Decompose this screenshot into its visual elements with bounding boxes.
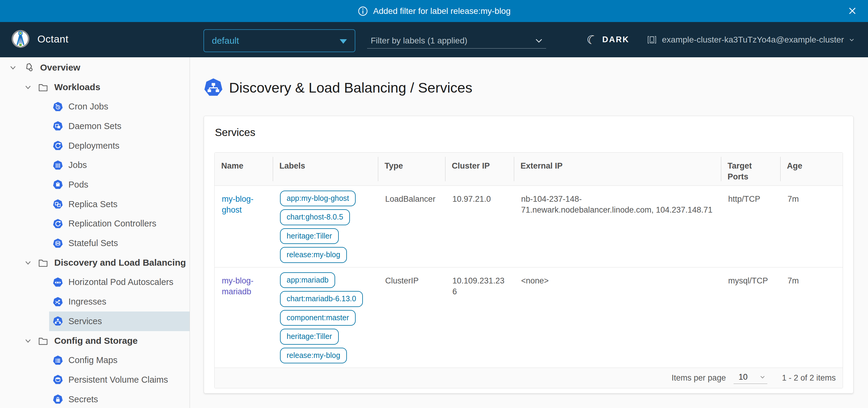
- sidebar-item-label: Config and Storage: [54, 336, 138, 346]
- sidebar-item-ingresses[interactable]: Ingresses: [49, 292, 190, 312]
- sidebar-item-label: Jobs: [68, 160, 87, 170]
- sidebar-item-replication-controllers[interactable]: Replication Controllers: [49, 214, 190, 234]
- statefulset-icon: [53, 238, 63, 249]
- chevron-down-icon: [534, 36, 544, 46]
- alert-bar: Added filter for label release:my-blog: [0, 0, 868, 22]
- table-row-my-blog-ghost: my-blog-ghostapp:my-blog-ghostchart:ghos…: [215, 185, 843, 267]
- sidebar-item-label: Replica Sets: [68, 199, 118, 209]
- pagination-range: 1 - 2 of 2 items: [782, 373, 836, 383]
- namespace-value: default: [204, 36, 239, 46]
- label-pill[interactable]: heritage:Tiller: [280, 228, 339, 244]
- job-icon: [53, 160, 63, 170]
- label-pill[interactable]: release:my-blog: [280, 348, 347, 364]
- sidebar-item-config-maps[interactable]: Config Maps: [49, 350, 190, 370]
- label-pill[interactable]: chart:ghost-8.0.5: [280, 209, 350, 225]
- external-ip-cell: nb-104-237-148-71.newark.nodebalancer.li…: [514, 185, 721, 267]
- sidebar-item-label: Deployments: [68, 141, 119, 151]
- cluster-ip-cell: 10.109.231.236: [445, 267, 514, 368]
- target-ports-cell: http/TCP: [721, 185, 780, 267]
- close-icon[interactable]: [846, 5, 858, 17]
- sidebar-item-replica-sets[interactable]: Replica Sets: [49, 195, 190, 214]
- column-header-name: Name: [215, 153, 273, 185]
- sidebar-item-stateful-sets[interactable]: Stateful Sets: [49, 233, 190, 253]
- age-cell: 7m: [780, 185, 843, 267]
- sidebar-item-label: Pods: [68, 180, 88, 190]
- overview-icon: [24, 62, 34, 73]
- column-header-external-ip: External IP: [514, 153, 721, 185]
- folder-icon: [38, 336, 48, 346]
- sidebar: OverviewWorkloadsCron JobsDaemon SetsDep…: [0, 57, 190, 408]
- sidebar-item-jobs[interactable]: Jobs: [49, 155, 190, 175]
- label-pill[interactable]: release:my-blog: [280, 247, 347, 263]
- service-type-cell: ClusterIP: [378, 267, 445, 368]
- services-datagrid: NameLabelsTypeCluster IPExternal IPTarge…: [214, 152, 843, 388]
- sidebar-item-deployments[interactable]: Deployments: [49, 136, 190, 155]
- label-pill[interactable]: chart:mariadb-6.13.0: [280, 291, 363, 307]
- label-pill[interactable]: app:my-blog-ghost: [280, 191, 355, 207]
- target-ports-cell: mysql/TCP: [721, 267, 780, 368]
- sidebar-item-pods[interactable]: Pods: [49, 175, 190, 195]
- sidebar-item-services[interactable]: Services: [49, 312, 190, 331]
- moon-icon: ☾: [585, 32, 599, 47]
- label-pill[interactable]: heritage:Tiller: [280, 329, 339, 345]
- sidebar-item-overview[interactable]: Overview: [0, 58, 190, 78]
- table-header-row: NameLabelsTypeCluster IPExternal IPTarge…: [215, 153, 843, 185]
- secret-icon: [53, 394, 63, 404]
- theme-toggle-label: DARK: [602, 35, 629, 44]
- services-card: Services NameLabelsTypeCluster IPExterna…: [204, 116, 854, 394]
- sidebar-item-persistent-volume-claims[interactable]: Persistent Volume Claims: [49, 370, 190, 389]
- main-content: Discovery & Load Balancing / Services Se…: [190, 57, 868, 408]
- chevron-down-icon: [23, 82, 33, 92]
- sidebar-item-label: Replication Controllers: [68, 218, 156, 229]
- sidebar-item-workloads[interactable]: Workloads: [0, 78, 190, 97]
- table-body: my-blog-ghostapp:my-blog-ghostchart:ghos…: [215, 185, 843, 368]
- label-filter-dropdown[interactable]: Filter by labels (1 applied): [367, 33, 546, 49]
- cluster-dropdown[interactable]: example-cluster-ka3TuTzYo4a@example-clus…: [647, 35, 855, 45]
- sidebar-item-label: Services: [68, 316, 102, 326]
- external-ip-cell: <none>: [514, 267, 721, 368]
- chevron-down-icon: [23, 336, 33, 346]
- theme-toggle-dark[interactable]: ☾ DARK: [587, 34, 629, 46]
- column-header-cluster-ip: Cluster IP: [445, 153, 514, 185]
- page-title: Discovery & Load Balancing / Services: [229, 79, 472, 96]
- sidebar-item-discovery-and-load-balancing[interactable]: Discovery and Load Balancing: [0, 253, 190, 272]
- service-name-link[interactable]: my-blog-mariadb: [222, 276, 253, 296]
- table-row-my-blog-mariadb: my-blog-mariadbapp:mariadbchart:mariadb-…: [215, 267, 843, 368]
- cronjob-icon: [53, 101, 63, 112]
- label-pill[interactable]: app:mariadb: [280, 272, 335, 288]
- daemonset-icon: [53, 121, 63, 131]
- column-header-type: Type: [378, 153, 445, 185]
- cluster-label: example-cluster-ka3TuTzYo4a@example-clus…: [662, 35, 844, 45]
- sidebar-item-label: Cron Jobs: [68, 101, 108, 112]
- sidebar-item-label: Horizontal Pod Autoscalers: [68, 277, 173, 287]
- column-header-labels: Labels: [273, 153, 378, 185]
- service-type-cell: LoadBalancer: [378, 185, 445, 267]
- page-title-row: Discovery & Load Balancing / Services: [204, 78, 868, 97]
- chevron-down-icon: [849, 37, 855, 43]
- octant-app: Added filter for label release:my-blog: [0, 0, 868, 408]
- items-per-page-select[interactable]: 10: [734, 372, 767, 384]
- chevron-down-icon: [23, 258, 33, 268]
- replicaset-icon: [53, 199, 63, 209]
- app-header: Octant default Filter by labels (1 appli…: [0, 22, 868, 57]
- namespace-select[interactable]: default: [204, 29, 355, 52]
- caret-down-icon: [340, 39, 347, 44]
- info-icon: [358, 6, 368, 17]
- label-pill[interactable]: component:master: [280, 310, 355, 326]
- card-title: Services: [215, 126, 842, 138]
- sidebar-item-secrets[interactable]: Secrets: [49, 389, 190, 408]
- sidebar-item-label: Persistent Volume Claims: [68, 375, 168, 385]
- sidebar-item-daemon-sets[interactable]: Daemon Sets: [49, 116, 190, 136]
- column-header-target-ports: Target Ports: [721, 153, 780, 185]
- sidebar-item-cron-jobs[interactable]: Cron Jobs: [49, 97, 190, 116]
- services-icon: [204, 78, 223, 97]
- app-title: Octant: [37, 33, 68, 45]
- sidebar-item-horizontal-pod-autoscalers[interactable]: Horizontal Pod Autoscalers: [49, 272, 190, 292]
- pvc-icon: [53, 375, 63, 385]
- sidebar-item-label: Secrets: [68, 395, 98, 404]
- service-name-link[interactable]: my-blog-ghost: [222, 195, 253, 214]
- deployment-icon: [53, 141, 63, 151]
- octant-logo-icon: [11, 29, 30, 49]
- sidebar-item-config-and-storage[interactable]: Config and Storage: [0, 331, 190, 351]
- folder-icon: [38, 258, 48, 268]
